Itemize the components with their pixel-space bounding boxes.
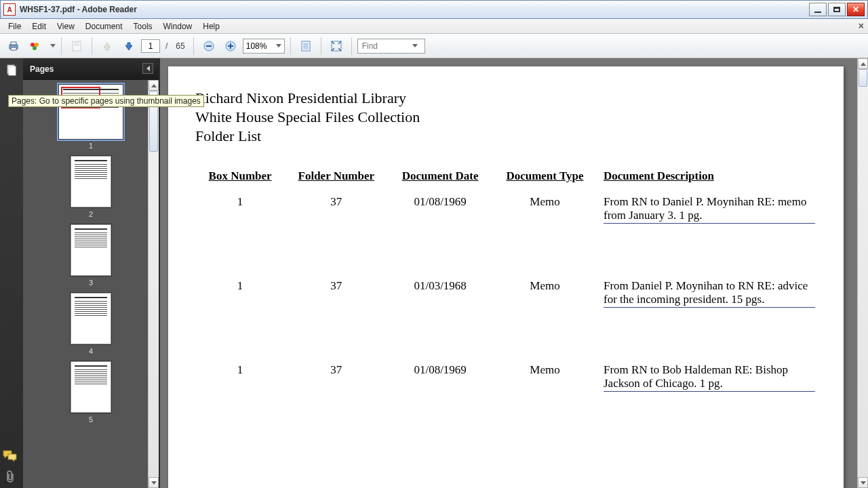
minus-icon <box>203 41 214 52</box>
arrow-down-icon <box>123 41 134 52</box>
page-total: 65 <box>173 41 187 51</box>
find-box[interactable] <box>357 39 425 54</box>
previous-page-button[interactable] <box>98 37 117 56</box>
print-button[interactable] <box>4 37 23 56</box>
thumbnail-scrollbar[interactable] <box>148 80 159 488</box>
thumbnail-5[interactable]: 5 <box>23 361 159 424</box>
plus-icon <box>225 41 236 52</box>
zoom-out-button[interactable] <box>199 37 218 56</box>
fullscreen-button[interactable] <box>327 37 346 56</box>
scroll-up-button[interactable] <box>149 80 159 91</box>
doc-scroll-down-button[interactable] <box>858 477 868 488</box>
window-title: WHSF1-37.pdf - Adobe Reader <box>20 5 137 14</box>
svg-rect-8 <box>206 45 212 47</box>
cell-date: 01/03/1968 <box>389 272 492 355</box>
collapse-panel-button[interactable] <box>142 63 153 74</box>
cell-box: 1 <box>197 272 283 355</box>
zoom-in-button[interactable] <box>221 37 240 56</box>
next-page-button[interactable] <box>119 37 138 56</box>
pages-tab[interactable] <box>4 62 19 77</box>
zoom-combo[interactable] <box>243 39 285 54</box>
close-button[interactable]: ✕ <box>847 3 865 16</box>
menu-document[interactable]: Document <box>80 20 128 33</box>
menu-view[interactable]: View <box>52 20 80 33</box>
panel-tab-strip <box>0 58 23 488</box>
svg-rect-13 <box>303 43 309 49</box>
svg-point-3 <box>31 43 35 47</box>
doc-scroll-thumb[interactable] <box>859 69 867 87</box>
collapse-icon <box>146 66 150 71</box>
chevron-down-icon <box>151 481 157 485</box>
pages-panel-header: Pages <box>23 58 159 80</box>
cell-folder: 37 <box>285 357 387 439</box>
document-scrollbar[interactable] <box>857 58 868 488</box>
table-row: 13701/03/1968MemoFrom Daniel P. Moynihan… <box>197 272 815 355</box>
minimize-button[interactable] <box>809 3 827 16</box>
first-page-button[interactable] <box>67 37 86 56</box>
menu-edit[interactable]: Edit <box>26 20 52 33</box>
cell-type: Memo <box>493 272 597 355</box>
cell-type: Memo <box>493 357 597 439</box>
cell-date: 01/08/1969 <box>389 357 492 439</box>
cell-type: Memo <box>493 188 597 271</box>
thumbnail-label: 3 <box>89 279 93 287</box>
attachments-tab[interactable] <box>4 470 16 484</box>
svg-point-4 <box>35 43 39 47</box>
collaborate-icon <box>28 40 42 52</box>
collaborate-button[interactable] <box>26 37 45 56</box>
menu-bar: File Edit View Document Tools Window Hel… <box>0 19 868 34</box>
thumbnail-label: 2 <box>89 210 93 218</box>
thumbnail-3[interactable]: 3 <box>23 224 159 287</box>
thumbnail-1[interactable]: 1 <box>23 84 159 150</box>
title-bar: A WHSF1-37.pdf - Adobe Reader ✕ <box>0 0 868 19</box>
collaborate-menu-caret-icon[interactable] <box>50 44 56 47</box>
pages-icon <box>5 64 18 76</box>
menu-file[interactable]: File <box>3 20 26 33</box>
pages-panel-title: Pages <box>30 64 54 74</box>
arrow-up-icon <box>102 41 113 52</box>
maximize-button[interactable] <box>828 3 846 16</box>
col-type: Document Type <box>493 169 597 187</box>
fullscreen-icon <box>330 40 342 52</box>
col-box: Box Number <box>197 169 283 187</box>
pages-panel: Pages Pages: Go to specific pages using … <box>0 58 160 488</box>
menu-window[interactable]: Window <box>158 20 198 33</box>
scroll-down-button[interactable] <box>149 477 159 488</box>
fit-page-icon <box>300 40 312 52</box>
svg-rect-16 <box>9 66 16 75</box>
doc-heading-2: White House Special Files Collection <box>195 108 816 126</box>
paperclip-icon <box>4 470 16 484</box>
doc-scroll-up-button[interactable] <box>858 58 868 69</box>
cell-folder: 37 <box>285 272 387 355</box>
print-icon <box>7 40 20 52</box>
zoom-caret-icon <box>276 44 281 47</box>
document-viewport[interactable]: Richard Nixon Presidential Library White… <box>160 58 857 488</box>
thumbnail-label: 4 <box>89 347 93 355</box>
cell-desc: From RN to Daniel P. Moynihan RE: memo f… <box>598 188 815 271</box>
thumbnail-4[interactable]: 4 <box>23 292 159 355</box>
svg-rect-11 <box>230 43 231 49</box>
pdf-page: Richard Nixon Presidential Library White… <box>168 66 844 488</box>
thumbnail-list: 12345 <box>23 80 159 488</box>
document-close-button[interactable]: × <box>859 20 864 31</box>
cell-box: 1 <box>197 357 283 439</box>
thumbnail-2[interactable]: 2 <box>23 155 159 218</box>
table-row: 13701/08/1969MemoFrom RN to Daniel P. Mo… <box>197 188 815 271</box>
fit-page-button[interactable] <box>296 37 315 56</box>
menu-tools[interactable]: Tools <box>128 20 158 33</box>
comments-tab[interactable] <box>3 450 18 462</box>
chevron-up-icon <box>861 62 866 66</box>
folder-table: Box Number Folder Number Document Date D… <box>195 168 816 441</box>
svg-point-5 <box>33 46 37 50</box>
menu-help[interactable]: Help <box>197 20 225 33</box>
col-date: Document Date <box>389 169 492 187</box>
find-input[interactable] <box>362 41 410 51</box>
thumbnail-label: 5 <box>89 415 93 424</box>
doc-heading-3: Folder List <box>195 127 816 145</box>
page-number-input[interactable] <box>141 39 160 53</box>
svg-rect-1 <box>11 42 16 45</box>
zoom-value[interactable] <box>246 41 273 51</box>
cell-box: 1 <box>197 188 283 271</box>
thumbnail-label: 1 <box>89 142 93 150</box>
chevron-down-icon <box>861 481 866 485</box>
